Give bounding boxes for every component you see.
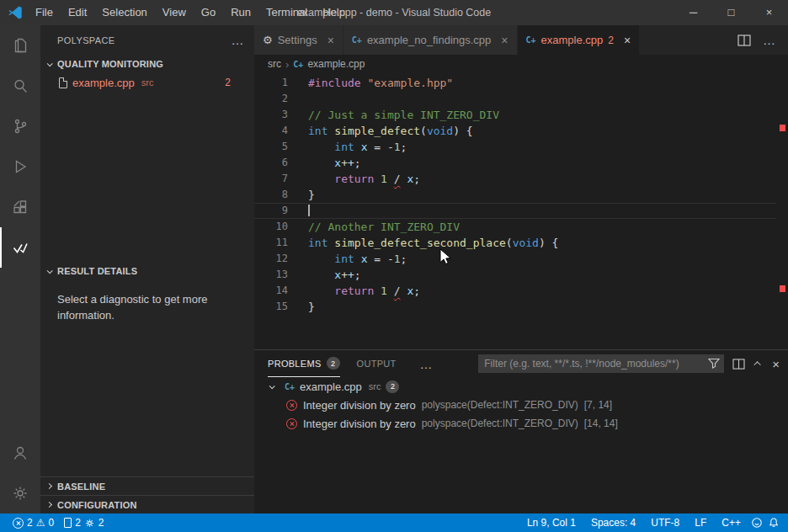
source-control-icon[interactable]: [0, 106, 40, 146]
menu-run[interactable]: Run: [223, 0, 258, 25]
close-tab-icon[interactable]: ×: [327, 34, 334, 47]
line-number: 13: [254, 267, 288, 283]
vscode-window: File Edit Selection View Go Run Terminal…: [0, 0, 788, 532]
account-icon[interactable]: [0, 433, 40, 473]
maximize-button[interactable]: □: [712, 0, 750, 25]
code-line-3[interactable]: 3// Just a simple INT_ZERO_DIV: [254, 107, 788, 123]
cpp-file-icon: C+: [285, 382, 295, 391]
language-mode[interactable]: C++: [716, 517, 746, 529]
notifications-bell-icon[interactable]: [768, 517, 780, 529]
run-debug-icon[interactable]: [0, 146, 40, 187]
code-line-1[interactable]: 1#include "example.hpp": [254, 75, 788, 91]
cursor-position[interactable]: Ln 9, Col 1: [522, 517, 581, 529]
chevron-down-icon: [269, 383, 275, 389]
close-tab-icon[interactable]: ×: [624, 34, 631, 47]
code-line-13[interactable]: 13 x++;: [254, 267, 788, 283]
tab-example-no-findings[interactable]: C+ example_no_findings.cpp ×: [343, 25, 518, 55]
more-actions-icon[interactable]: …: [763, 33, 776, 47]
code-text: int simple_defect(void) {: [288, 123, 473, 139]
breadcrumb-folder[interactable]: src: [268, 58, 281, 70]
code-line-14[interactable]: 14 return 1 / x;: [254, 283, 788, 299]
search-icon[interactable]: [0, 66, 40, 106]
minimize-button[interactable]: ─: [674, 0, 712, 25]
maximize-panel-icon[interactable]: [754, 361, 761, 368]
cpp-file-icon: C+: [352, 35, 362, 45]
split-editor-icon[interactable]: [737, 35, 751, 46]
problem-row[interactable]: Integer division by zero polyspace(Defec…: [254, 414, 788, 433]
more-panel-tabs-icon[interactable]: …: [420, 357, 433, 371]
line-number: 14: [254, 283, 288, 299]
extensions-icon[interactable]: [0, 187, 40, 227]
close-panel-icon[interactable]: ×: [772, 357, 780, 371]
code-line-15[interactable]: 15}: [254, 299, 788, 315]
problems-count-badge: 2: [327, 357, 340, 370]
indentation[interactable]: Spaces: 4: [586, 517, 641, 529]
cpp-file-icon: C+: [526, 35, 536, 45]
menu-edit[interactable]: Edit: [61, 0, 94, 25]
panel-header: PROBLEMS 2 OUTPUT … ×: [254, 350, 788, 377]
encoding[interactable]: UTF-8: [646, 517, 684, 529]
breadcrumb-file[interactable]: example.cpp: [307, 58, 365, 70]
problems-filter: [478, 354, 724, 373]
tab-problems[interactable]: PROBLEMS 2: [268, 350, 340, 377]
sidebar-title: POLYSPACE: [57, 35, 115, 45]
code-text: x++;: [288, 267, 361, 283]
problems-file-group[interactable]: C+ example.cpp src 2: [254, 377, 788, 396]
polyspace-icon[interactable]: [0, 227, 40, 268]
code-line-2[interactable]: 2: [254, 91, 788, 107]
code-line-7[interactable]: 7 return 1 / x;: [254, 171, 788, 187]
sidebar-more-icon[interactable]: …: [232, 36, 244, 45]
eol-sequence[interactable]: LF: [690, 517, 711, 529]
settings-gear-icon[interactable]: [0, 473, 40, 513]
problems-status[interactable]: 2 ⚠ 0: [8, 517, 58, 529]
window-controls: ─ □ ×: [674, 0, 788, 25]
code-text: x++;: [288, 155, 361, 171]
problem-message: Integer division by zero: [303, 418, 416, 430]
line-number: 2: [254, 91, 288, 107]
chevron-down-icon: [47, 61, 53, 66]
problem-row[interactable]: Integer division by zero polyspace(Defec…: [254, 396, 788, 414]
code-editor[interactable]: 1#include "example.hpp"23// Just a simpl…: [254, 73, 788, 349]
code-line-11[interactable]: 11int simple_defect_second_place(void) {: [254, 235, 788, 251]
tab-label: example.cpp: [541, 34, 604, 46]
tab-output[interactable]: OUTPUT: [357, 350, 397, 377]
section-configuration[interactable]: CONFIGURATION: [40, 495, 254, 513]
cpp-file-icon: C+: [293, 60, 303, 69]
close-tab-icon[interactable]: ×: [501, 34, 508, 47]
error-icon: [286, 418, 297, 429]
code-line-5[interactable]: 5 int x = -1;: [254, 139, 788, 155]
section-baseline[interactable]: BASELINE: [40, 476, 254, 495]
menu-selection[interactable]: Selection: [94, 0, 154, 25]
bottom-panel: PROBLEMS 2 OUTPUT … ×: [254, 349, 788, 513]
text-caret: [308, 205, 310, 216]
code-line-9[interactable]: 9: [254, 203, 788, 219]
split-panel-icon[interactable]: [732, 359, 745, 370]
menu-go[interactable]: Go: [194, 0, 223, 25]
code-text: // Just a simple INT_ZERO_DIV: [288, 107, 499, 123]
tab-settings[interactable]: ⚙ Settings ×: [254, 25, 343, 55]
section-quality-monitoring[interactable]: QUALITY MONITORING: [40, 55, 254, 73]
code-line-6[interactable]: 6 x++;: [254, 155, 788, 171]
code-line-8[interactable]: 8}: [254, 187, 788, 203]
tree-item-example-cpp[interactable]: example.cpp src 2: [40, 73, 254, 92]
menu-view[interactable]: View: [155, 0, 194, 25]
problems-filter-input[interactable]: [478, 354, 724, 373]
code-line-4[interactable]: 4int simple_defect(void) {: [254, 123, 788, 139]
code-line-12[interactable]: 12 int x = -1;: [254, 251, 788, 267]
code-line-10[interactable]: 10// Another INT_ZERO_DIV: [254, 219, 788, 235]
polyspace-findings-status[interactable]: 2 2: [60, 517, 108, 529]
close-window-button[interactable]: ×: [750, 0, 788, 25]
explorer-icon[interactable]: [0, 25, 40, 66]
section-result-details[interactable]: RESULT DETAILS: [40, 262, 254, 280]
group-file-path: src: [369, 381, 381, 391]
chevron-right-icon: [46, 483, 52, 489]
line-number: 7: [254, 171, 288, 187]
tab-example-cpp[interactable]: C+ example.cpp 2 ×: [518, 25, 641, 55]
code-text: [288, 91, 308, 107]
section-label: RESULT DETAILS: [57, 266, 137, 276]
code-text: return 1 / x;: [288, 171, 420, 187]
chevron-right-icon: [46, 502, 52, 508]
menu-file[interactable]: File: [28, 0, 61, 25]
feedback-icon[interactable]: [751, 517, 763, 529]
error-icon: [286, 400, 297, 411]
